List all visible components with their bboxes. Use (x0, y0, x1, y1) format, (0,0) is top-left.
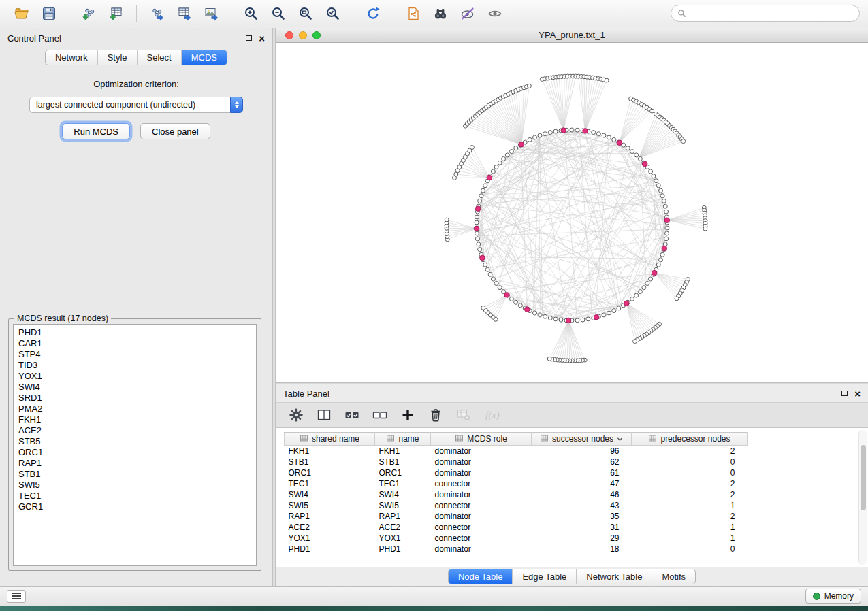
tab-motifs[interactable]: Motifs (652, 569, 695, 584)
zoom-selected-icon[interactable] (319, 3, 347, 24)
close-table-panel-icon[interactable]: × (854, 389, 861, 399)
column-header-successor-nodes[interactable]: successor nodes (532, 433, 632, 446)
mcds-result-item[interactable]: TID3 (18, 360, 256, 371)
column-visibility-icon[interactable] (312, 405, 336, 425)
show-hide-icon[interactable] (481, 3, 509, 24)
mcds-result-item[interactable]: FKH1 (18, 414, 256, 425)
column-header-shared-name[interactable]: shared name (285, 433, 375, 446)
table-row[interactable]: ACE2ACE2connector311 (285, 522, 748, 533)
close-mcds-panel-button[interactable]: Close panel (140, 123, 210, 139)
column-header-name[interactable]: name (375, 433, 431, 446)
export-network-icon[interactable] (143, 3, 170, 24)
table-row[interactable]: SWI5SWI5connector431 (285, 500, 748, 511)
tab-network-table[interactable]: Network Table (576, 569, 652, 584)
tab-network[interactable]: Network (46, 50, 97, 65)
search-field[interactable] (671, 5, 860, 22)
open-file-icon[interactable] (8, 3, 35, 24)
svg-text:f(x): f(x) (485, 410, 500, 421)
export-image-icon[interactable] (197, 3, 225, 24)
save-session-icon[interactable] (35, 3, 63, 24)
table-row[interactable]: PHD1PHD1dominator180 (285, 544, 748, 555)
delete-table-icon (451, 405, 476, 425)
graphics-details-icon[interactable] (454, 3, 481, 24)
import-table-icon[interactable] (103, 3, 130, 24)
main-toolbar (0, 0, 868, 27)
tab-node-table[interactable]: Node Table (449, 569, 513, 584)
column-label: name (398, 434, 419, 444)
scrollbar-thumb[interactable] (861, 445, 866, 510)
window-close-button[interactable] (285, 31, 293, 39)
table-row[interactable]: ORC1ORC1dominator610 (285, 467, 748, 478)
table-row[interactable]: STB1STB1dominator620 (285, 457, 748, 467)
toolbar-separator (231, 5, 231, 22)
mcds-result-item[interactable]: PMA2 (18, 403, 256, 414)
export-table-icon[interactable] (170, 3, 197, 24)
column-header-MCDS-role[interactable]: MCDS role (431, 433, 532, 446)
zoom-out-icon[interactable] (265, 3, 292, 24)
mcds-result-item[interactable]: RAP1 (18, 458, 256, 469)
mcds-result-item[interactable]: ACE2 (18, 425, 256, 436)
table-settings-icon[interactable] (284, 405, 308, 425)
table-cell: 62 (532, 457, 632, 467)
mcds-result-item[interactable]: ORC1 (18, 447, 256, 458)
mcds-result-item[interactable]: YOX1 (18, 371, 256, 382)
run-mcds-button[interactable]: Run MCDS (62, 123, 130, 139)
delete-row-icon[interactable] (423, 405, 448, 425)
column-header-predecessor-nodes[interactable]: predecessor nodes (632, 433, 748, 446)
mcds-result-group: MCDS result (17 nodes) PHD1CAR1STP4TID3Y… (8, 318, 261, 571)
network-canvas[interactable] (276, 43, 868, 382)
table-tabs: Node TableEdge TableNetwork TableMotifs (448, 569, 696, 584)
column-type-icon (540, 434, 549, 444)
tab-select[interactable]: Select (137, 50, 181, 65)
table-cell: 43 (532, 500, 632, 511)
tab-style[interactable]: Style (97, 50, 137, 65)
memory-button[interactable]: Memory (805, 589, 861, 604)
mcds-result-item[interactable]: TEC1 (18, 491, 256, 501)
dropdown-stepper-icon[interactable] (230, 97, 243, 113)
window-minimize-button[interactable] (299, 31, 307, 39)
column-type-icon (648, 434, 657, 444)
table-scrollbar[interactable] (858, 430, 867, 565)
network-window-title: YPA_prune.txt_1 (276, 30, 868, 40)
mcds-result-item[interactable]: STB5 (18, 436, 256, 447)
toolbar-separator (136, 5, 137, 22)
find-neighbors-icon[interactable] (427, 3, 454, 24)
select-all-icon[interactable] (340, 405, 364, 425)
right-area: YPA_prune.txt_1 Table Panel × f(x) (276, 28, 868, 586)
mcds-result-item[interactable]: SWI5 (18, 480, 256, 491)
panel-menu-button[interactable] (7, 590, 26, 603)
sort-indicator-icon[interactable] (617, 434, 623, 444)
tab-mcds[interactable]: MCDS (181, 50, 227, 65)
window-zoom-button[interactable] (312, 31, 321, 39)
refresh-layout-icon[interactable] (359, 3, 387, 24)
import-network-icon[interactable] (76, 3, 103, 24)
mcds-result-item[interactable]: SWI4 (18, 382, 256, 393)
table-cell: STB1 (285, 457, 375, 467)
deselect-all-icon[interactable] (368, 405, 392, 425)
zoom-in-icon[interactable] (238, 3, 265, 24)
table-row[interactable]: RAP1RAP1dominator352 (285, 511, 748, 522)
criterion-dropdown[interactable]: largest connected component (undirected) (29, 97, 243, 113)
table-cell: 96 (532, 446, 632, 457)
mcds-result-item[interactable]: STB1 (18, 469, 256, 480)
table-cell: RAP1 (285, 511, 375, 522)
search-input[interactable] (690, 9, 853, 18)
apply-style-icon[interactable] (400, 3, 427, 24)
tab-edge-table[interactable]: Edge Table (512, 569, 576, 584)
add-row-icon[interactable] (396, 405, 420, 425)
mcds-result-item[interactable]: STP4 (18, 349, 256, 360)
close-panel-icon[interactable]: × (259, 33, 265, 44)
table-row[interactable]: YOX1YOX1connector291 (285, 533, 748, 544)
table-row[interactable]: FKH1FKH1dominator962 (285, 446, 748, 457)
zoom-fit-icon[interactable] (292, 3, 319, 24)
mcds-result-item[interactable]: GCR1 (18, 501, 256, 512)
table-row[interactable]: TEC1TEC1connector472 (285, 478, 748, 489)
float-panel-icon[interactable] (246, 35, 252, 41)
float-table-panel-icon[interactable] (841, 391, 848, 396)
mcds-result-item[interactable]: CAR1 (18, 338, 256, 349)
mcds-result-item[interactable]: PHD1 (18, 327, 256, 338)
mcds-result-item[interactable]: SRD1 (18, 393, 256, 403)
table-row[interactable]: SWI4SWI4dominator462 (285, 489, 748, 500)
table-cell: ORC1 (285, 467, 375, 478)
table-cell: RAP1 (375, 511, 431, 522)
